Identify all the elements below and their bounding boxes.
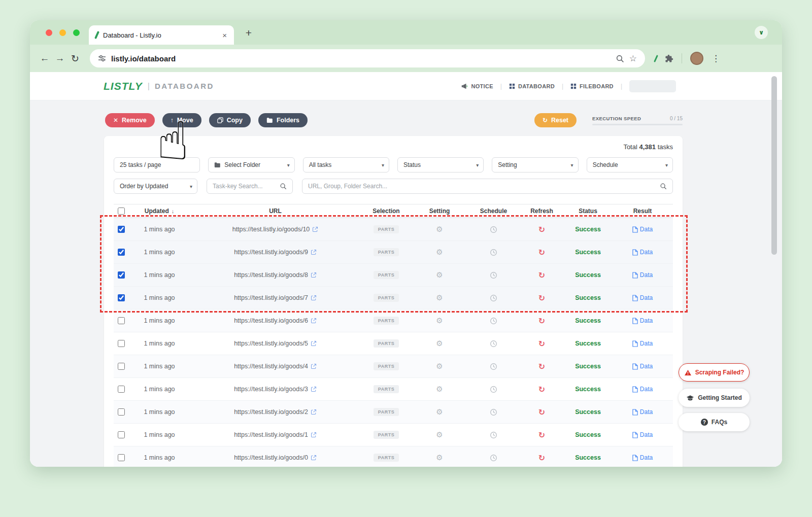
refresh-icon[interactable]: ↻ (538, 385, 545, 394)
data-result-link[interactable]: Data (632, 408, 653, 416)
search-icon[interactable] (280, 183, 287, 190)
browser-menu-icon[interactable]: ⋮ (712, 53, 720, 64)
row-url-link[interactable]: https://test.listly.io/goods/1 (190, 431, 361, 438)
schedule-clock-icon[interactable] (490, 317, 497, 325)
bookmark-star-icon[interactable]: ☆ (629, 53, 637, 64)
data-result-link[interactable]: Data (632, 363, 653, 370)
refresh-icon[interactable]: ↻ (538, 430, 545, 440)
col-updated[interactable]: Updated↓ (129, 208, 190, 215)
data-result-link[interactable]: Data (632, 294, 653, 301)
tasks-select[interactable]: All tasks ▾ (303, 157, 389, 173)
schedule-clock-icon[interactable] (490, 454, 497, 462)
row-checkbox[interactable] (118, 294, 125, 301)
data-result-link[interactable]: Data (632, 431, 653, 438)
nav-item-databoard[interactable]: DATABOARD (509, 83, 555, 89)
schedule-select[interactable]: Schedule ▾ (587, 157, 673, 173)
data-result-link[interactable]: Data (632, 317, 653, 324)
maximize-window-button[interactable] (73, 29, 80, 36)
row-url-link[interactable]: https://test.listly.io/goods/5 (190, 340, 361, 347)
schedule-clock-icon[interactable] (490, 386, 497, 393)
row-url-link[interactable]: https://test.listly.io/goods/9 (190, 249, 361, 256)
row-checkbox[interactable] (118, 431, 125, 438)
data-result-link[interactable]: Data (632, 226, 653, 233)
schedule-clock-icon[interactable] (490, 271, 497, 279)
data-result-link[interactable]: Data (632, 454, 653, 461)
listly-extension-icon[interactable] (654, 55, 658, 62)
remove-button[interactable]: ✕ Remove (105, 113, 155, 127)
setting-gear-icon[interactable]: ⚙ (436, 293, 443, 302)
data-result-link[interactable]: Data (632, 249, 653, 256)
minimize-window-button[interactable] (59, 29, 66, 36)
url-text[interactable]: listly.io/databoard (111, 54, 176, 63)
row-url-link[interactable]: https://test.listly.io/goods/3 (190, 386, 361, 393)
setting-gear-icon[interactable]: ⚙ (436, 453, 443, 462)
setting-gear-icon[interactable]: ⚙ (436, 225, 443, 234)
back-button[interactable]: ← (37, 53, 52, 64)
close-window-button[interactable] (46, 29, 52, 36)
nav-item-notice[interactable]: NOTICE (461, 83, 493, 90)
status-select[interactable]: Status ▾ (397, 157, 484, 173)
schedule-clock-icon[interactable] (490, 408, 497, 416)
address-bar[interactable]: listly.io/databoard ☆ (90, 49, 645, 67)
data-result-link[interactable]: Data (632, 271, 653, 279)
setting-gear-icon[interactable]: ⚙ (436, 316, 443, 325)
setting-gear-icon[interactable]: ⚙ (436, 248, 443, 257)
task-key-search[interactable] (207, 179, 293, 194)
row-checkbox[interactable] (118, 363, 125, 370)
setting-gear-icon[interactable]: ⚙ (436, 407, 443, 417)
page-scrollbar[interactable] (771, 76, 777, 255)
row-checkbox[interactable] (118, 408, 125, 416)
row-checkbox[interactable] (118, 317, 125, 324)
data-result-link[interactable]: Data (632, 340, 653, 347)
schedule-clock-icon[interactable] (490, 340, 497, 348)
row-checkbox[interactable] (118, 249, 125, 256)
schedule-clock-icon[interactable] (490, 431, 497, 439)
row-url-link[interactable]: https://test.listly.io/goods/6 (190, 317, 361, 324)
refresh-icon[interactable]: ↻ (538, 316, 545, 326)
row-url-link[interactable]: https://test.listly.io/goods/0 (190, 454, 361, 461)
setting-select[interactable]: Setting ▾ (492, 157, 578, 173)
reset-button[interactable]: ↻ Reset (534, 113, 577, 127)
search-icon[interactable] (660, 183, 667, 190)
setting-gear-icon[interactable]: ⚙ (436, 385, 443, 394)
faqs-button[interactable]: ? FAQs (679, 413, 750, 431)
move-button[interactable]: ↑ Move (162, 113, 201, 127)
setting-gear-icon[interactable]: ⚙ (436, 430, 443, 439)
row-checkbox[interactable] (118, 454, 125, 461)
row-checkbox[interactable] (118, 340, 125, 347)
copy-button[interactable]: Copy (209, 113, 251, 127)
refresh-icon[interactable]: ↻ (538, 270, 545, 280)
refresh-icon[interactable]: ↻ (538, 293, 545, 303)
per-page-select[interactable]: 25 tasks / page (114, 157, 200, 173)
setting-gear-icon[interactable]: ⚙ (436, 339, 443, 348)
site-settings-icon[interactable] (98, 54, 106, 62)
extensions-puzzle-icon[interactable] (665, 54, 673, 63)
nav-item-fileboard[interactable]: FILEBOARD (570, 83, 614, 89)
setting-gear-icon[interactable]: ⚙ (436, 270, 443, 280)
schedule-clock-icon[interactable] (490, 226, 497, 233)
url-search-input[interactable] (308, 183, 656, 190)
refresh-icon[interactable]: ↻ (538, 225, 545, 234)
tab-close-icon[interactable]: × (222, 31, 227, 40)
profile-avatar[interactable] (690, 52, 703, 65)
new-tab-button[interactable]: + (241, 27, 256, 39)
schedule-clock-icon[interactable] (490, 249, 497, 256)
row-checkbox[interactable] (118, 271, 125, 279)
row-url-link[interactable]: https://test.listly.io/goods/4 (190, 363, 361, 370)
browser-tab[interactable]: Databoard - Listly.io × (89, 25, 234, 45)
order-by-select[interactable]: Order by Updated ▾ (114, 179, 197, 194)
chrome-profile-chevron-icon[interactable]: ∨ (755, 26, 768, 39)
row-checkbox[interactable] (118, 386, 125, 393)
schedule-clock-icon[interactable] (490, 294, 497, 302)
schedule-clock-icon[interactable] (490, 363, 497, 370)
listly-logo[interactable]: LISTLY (104, 80, 143, 92)
row-checkbox[interactable] (118, 226, 125, 233)
row-url-link[interactable]: https://test.listly.io/goods/2 (190, 408, 361, 416)
row-url-link[interactable]: https://test.listly.io/goods/10 (190, 226, 361, 233)
setting-gear-icon[interactable]: ⚙ (436, 362, 443, 371)
folder-select[interactable]: Select Folder ▾ (208, 157, 294, 173)
task-key-search-input[interactable] (213, 183, 276, 190)
data-result-link[interactable]: Data (632, 386, 653, 393)
zoom-icon[interactable] (616, 54, 624, 63)
refresh-icon[interactable]: ↻ (538, 453, 545, 463)
